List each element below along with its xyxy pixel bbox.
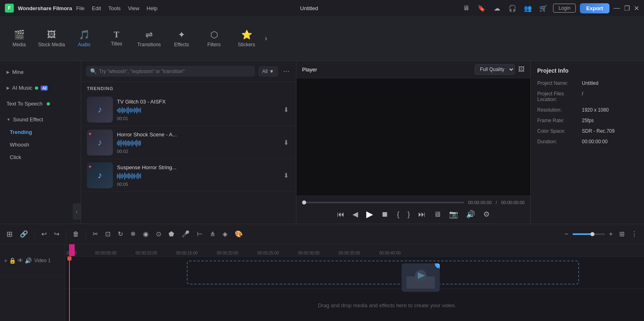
eye-track-icon[interactable]: 👁 (17, 257, 23, 264)
crop-timeline-button[interactable]: ⊡ (103, 228, 113, 239)
menu-tools[interactable]: Tools (108, 5, 121, 11)
filter-button[interactable]: All ▼ (258, 66, 278, 77)
heart-icon-3: ♥ (89, 164, 91, 170)
add-track-button[interactable]: ⊞ (4, 228, 15, 240)
color-button[interactable]: 🎨 (232, 228, 245, 239)
cut-button[interactable]: ✂ (90, 228, 100, 239)
more-options-button[interactable]: ⋯ (281, 66, 291, 77)
collapse-sidebar-button[interactable]: ‹ (73, 203, 81, 220)
mask-button[interactable]: ⬟ (166, 228, 177, 239)
menu-edit[interactable]: Edit (92, 5, 101, 11)
voice-button[interactable]: 🎤 (179, 228, 192, 239)
maximize-button[interactable]: ❐ (624, 4, 630, 12)
rotate-button[interactable]: ↻ (115, 228, 125, 239)
audio-title-3: Suspense Horror String... (117, 164, 278, 170)
toolbar-label-media: Media (13, 42, 26, 47)
audio-item[interactable]: ♥ ♪ Horror Shock Scene - A... (81, 126, 296, 159)
download-icon-2[interactable]: ⬇ (282, 137, 290, 148)
audio-info-3: Suspense Horror String... (117, 164, 278, 187)
export-button[interactable]: Export (580, 3, 609, 13)
playhead (69, 256, 70, 321)
play-button[interactable]: ▶ (366, 209, 373, 220)
toolbar-label-stickers: Stickers (238, 42, 255, 47)
audio-title-2: Horror Shock Scene - A... (117, 131, 278, 138)
download-icon-3[interactable]: ⬇ (282, 170, 290, 181)
cart-icon[interactable]: 🛒 (538, 2, 549, 14)
toolbar-item-stickers[interactable]: ⭐ Stickers (231, 20, 262, 57)
sidebar-header-tts[interactable]: Text To Speech (0, 97, 81, 110)
keyframe-button[interactable]: ◈ (220, 228, 230, 239)
link-track-button[interactable]: 🔗 (17, 228, 30, 239)
speaker-track-icon[interactable]: 🔊 (25, 257, 32, 264)
menu-view[interactable]: View (128, 5, 139, 11)
toolbar-item-transitions[interactable]: ⇌ Transitions (133, 20, 165, 57)
ripple-button[interactable]: ⊢ (194, 228, 205, 239)
delete-button[interactable]: 🗑 (70, 229, 82, 239)
progress-track[interactable] (302, 202, 464, 203)
toolbar-item-filters[interactable]: ⬡ Filters (198, 20, 230, 57)
stop-button[interactable]: ⏹ (381, 210, 389, 219)
cloud-upload-icon[interactable]: ☁ (491, 2, 503, 14)
sidebar-item-whoosh[interactable]: Whoosh (0, 138, 81, 151)
drop-zone[interactable]: + (187, 261, 579, 284)
stabilize-button[interactable]: ⊙ (153, 228, 164, 239)
screenshot-icon[interactable]: 🖼 (518, 66, 525, 73)
login-button[interactable]: Login (553, 4, 575, 13)
player-canvas (296, 78, 530, 196)
toolbar-item-titles[interactable]: T Titles (101, 20, 132, 57)
snap-button[interactable]: ⋔ (207, 228, 218, 239)
sidebar-item-click[interactable]: Click (0, 151, 81, 164)
monitor-icon[interactable]: 🖥 (460, 2, 472, 14)
lock-track-icon[interactable]: 🔒 (9, 257, 16, 264)
undo-button[interactable]: ↩ (39, 228, 49, 239)
audio-item[interactable]: ♥ ♪ Suspense Horror String... (81, 159, 296, 192)
sidebar-section-tts: Text To Speech (0, 96, 81, 112)
timeline-toolbar: ⊞ 🔗 ↩ ↪ 🗑 ✂ ⊡ ↻ ❄ ◉ ⊙ ⬟ 🎤 ⊢ ⋔ ◈ 🎨 − + ⊞ … (0, 224, 644, 244)
search-icon: 🔍 (90, 68, 97, 74)
headphone-icon[interactable]: 🎧 (507, 2, 518, 14)
audio-info-1: TV Glitch 03 - AISFX (117, 99, 278, 121)
fullscreen-button[interactable]: 🖥 (434, 210, 441, 219)
toolbar-item-stock-media[interactable]: 🖼 Stock Media (36, 20, 67, 57)
sidebar-header-ai-music[interactable]: ▶ AI Music AI (0, 82, 81, 94)
menu-file[interactable]: File (76, 5, 84, 11)
zoom-in-button[interactable]: + (607, 229, 615, 239)
audio-info-2: Horror Shock Scene - A... (117, 131, 278, 154)
sidebar-header-sound-effect[interactable]: ▼ Sound Effect (0, 113, 81, 126)
snapshot-button[interactable]: 📷 (449, 210, 458, 219)
zoom-out-button[interactable]: − (562, 229, 571, 239)
more-timeline-button[interactable]: ⋮ (629, 228, 640, 239)
search-input[interactable] (99, 69, 251, 74)
speed-button[interactable]: ◉ (140, 228, 151, 239)
close-button[interactable]: ✕ (634, 4, 639, 12)
export-frame-button[interactable]: ⏭ (418, 210, 426, 219)
bookmark-icon[interactable]: 🔖 (476, 2, 487, 14)
toolbar-item-effects[interactable]: ✦ Effects (166, 20, 197, 57)
audio-item[interactable]: ♪ TV Glitch 03 - AISFX (81, 93, 296, 126)
add-media-icon[interactable]: + (4, 257, 7, 264)
tab-player[interactable]: Player (302, 67, 317, 73)
frame-back-button[interactable]: ◀ (352, 210, 358, 219)
toolbar-item-audio[interactable]: 🎵 Audio (68, 20, 100, 57)
quality-select[interactable]: Full Quality (475, 64, 515, 75)
freeze-button[interactable]: ❄ (128, 228, 138, 239)
people-icon[interactable]: 👥 (522, 2, 534, 14)
menu-help[interactable]: Help (147, 5, 158, 11)
settings-button[interactable]: ⚙ (483, 210, 490, 219)
tts-status-dot (47, 102, 50, 106)
volume-button[interactable]: 🔊 (466, 210, 475, 219)
filter-label: All (262, 69, 268, 74)
zoom-slider[interactable] (573, 233, 605, 235)
download-icon-1[interactable]: ⬇ (282, 104, 290, 115)
minimize-button[interactable]: — (614, 4, 620, 12)
step-back-button[interactable]: ⏮ (337, 210, 344, 219)
toolbar-item-media[interactable]: 🎬 Media (3, 20, 35, 57)
sidebar-header-mine[interactable]: ▶ Mine (0, 66, 81, 78)
sidebar-item-trending[interactable]: Trending (0, 126, 81, 138)
grid-view-button[interactable]: ⊞ (617, 228, 627, 239)
ruler-mark-5: 00:00:25:00 (256, 251, 296, 256)
mark-in-button[interactable]: { (397, 210, 399, 219)
redo-button[interactable]: ↪ (52, 228, 62, 239)
mark-out-button[interactable]: } (408, 210, 410, 219)
toolbar-more-chevron[interactable]: › (265, 34, 267, 43)
